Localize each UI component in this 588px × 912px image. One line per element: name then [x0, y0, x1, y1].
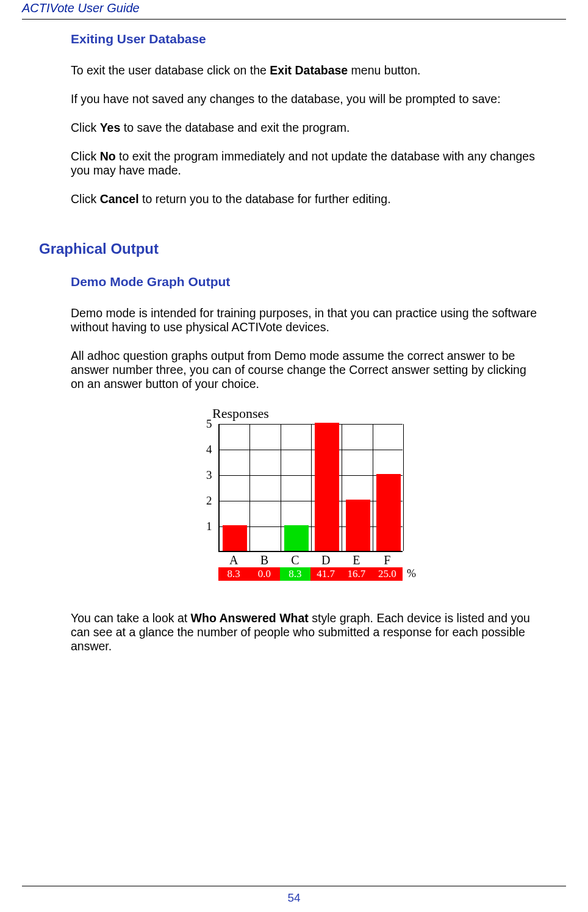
chart-bar — [346, 500, 370, 551]
paragraph: Demo mode is intended for training purpo… — [71, 306, 539, 334]
chart-x-label: A — [218, 552, 249, 567]
chart-y-tick: 3 — [206, 469, 212, 482]
yes-label: Yes — [100, 121, 121, 134]
chart-x-label: D — [310, 552, 341, 567]
chart-x-label: C — [280, 552, 310, 567]
paragraph: If you have not saved any changes to the… — [71, 92, 539, 106]
chart-percent-cell: 25.0 — [372, 567, 403, 581]
responses-chart: Responses 12345 ABCDEF 8.30.08.341.716.7… — [71, 406, 539, 581]
chart-gridline-vertical — [281, 424, 281, 551]
header-divider — [22, 19, 566, 20]
no-label: No — [100, 149, 116, 163]
chart-gridline-vertical — [249, 424, 250, 551]
chart-percent-cell: 0.0 — [249, 567, 279, 581]
chart-x-label: E — [341, 552, 371, 567]
document-title: ACTIVote User Guide — [22, 1, 566, 15]
text: To exit the user database click on the — [71, 63, 270, 77]
chart-x-label: B — [249, 552, 279, 567]
text: You can take a look at — [71, 611, 191, 625]
chart-gridline-vertical — [403, 424, 404, 551]
who-answered-what-label: Who Answered What — [191, 611, 309, 625]
page-number: 54 — [22, 891, 566, 905]
paragraph: You can take a look at Who Answered What… — [71, 611, 539, 653]
section-heading-exiting: Exiting User Database — [71, 32, 539, 46]
section-heading-demo-mode: Demo Mode Graph Output — [71, 275, 539, 289]
chart-title: Responses — [207, 406, 403, 422]
chart-gridline-vertical — [311, 424, 312, 551]
text: to exit the program immediately and not … — [71, 149, 535, 177]
text: menu button. — [348, 63, 420, 77]
text: to return you to the database for furthe… — [139, 192, 391, 206]
text: Click — [71, 149, 100, 163]
percent-sign: % — [407, 567, 416, 580]
chart-percent-cell: 8.3 — [218, 567, 249, 581]
chart-gridline-vertical — [342, 424, 342, 551]
exit-database-label: Exit Database — [270, 63, 348, 77]
chart-y-tick: 5 — [206, 417, 212, 431]
chart-y-tick: 4 — [206, 443, 212, 456]
chart-y-tick: 1 — [206, 520, 212, 533]
paragraph: All adhoc question graphs output from De… — [71, 349, 539, 391]
text: Click — [71, 121, 100, 134]
paragraph: Click No to exit the program immediately… — [71, 149, 539, 178]
chart-percent-row: 8.30.08.341.716.725.0% — [218, 567, 403, 581]
text: to save the database and exit the progra… — [120, 121, 350, 134]
chart-plot-area: 12345 — [218, 424, 403, 552]
chart-percent-cell: 8.3 — [280, 567, 310, 581]
paragraph: To exit the user database click on the E… — [71, 63, 539, 77]
chart-bar — [376, 474, 401, 551]
cancel-label: Cancel — [100, 192, 139, 206]
chart-percent-cell: 16.7 — [341, 567, 371, 581]
section-heading-graphical-output: Graphical Output — [39, 240, 539, 257]
chart-gridline-vertical — [373, 424, 373, 551]
paragraph: Click Yes to save the database and exit … — [71, 121, 539, 135]
paragraph: Click Cancel to return you to the databa… — [71, 192, 539, 206]
text: Click — [71, 192, 100, 206]
chart-bar — [223, 525, 247, 551]
chart-x-label: F — [372, 552, 403, 567]
chart-x-axis: ABCDEF — [218, 552, 403, 567]
chart-percent-cell: 41.7 — [310, 567, 341, 581]
chart-y-tick: 2 — [206, 494, 212, 508]
footer-divider — [22, 886, 566, 886]
chart-bar — [284, 525, 309, 551]
chart-bar — [315, 423, 339, 551]
